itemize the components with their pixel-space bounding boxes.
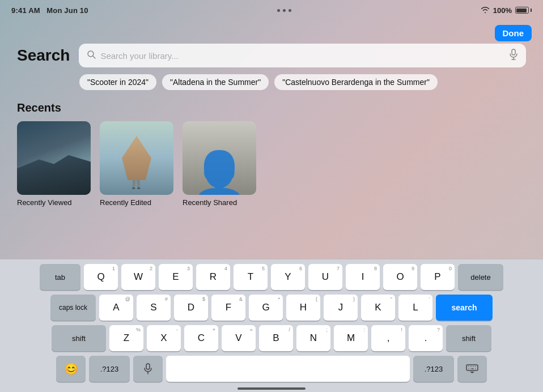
key-M[interactable]: :M bbox=[334, 325, 368, 351]
key-F[interactable]: &F bbox=[211, 295, 245, 321]
dot-3 bbox=[289, 9, 291, 12]
suggestions-row: "Scooter in 2024" "Altadena in the Summe… bbox=[17, 74, 526, 90]
battery-icon bbox=[515, 7, 532, 14]
keyboard: tab 1Q 2W 3E 4R 5T 6Y 7U 8I 9O 0P delete… bbox=[0, 259, 543, 392]
done-button[interactable]: Done bbox=[495, 25, 532, 41]
status-time-date: 9:41 AM Mon Jun 10 bbox=[11, 6, 88, 15]
recents-section: Recents Recently Viewed 🧍 Recently Edite… bbox=[0, 99, 543, 216]
key-J[interactable]: )J bbox=[324, 295, 358, 321]
recents-grid: Recently Viewed 🧍 Recently Edited 👤 Rece… bbox=[17, 121, 526, 207]
search-row: Search Search your library... bbox=[17, 44, 526, 67]
search-section: Search Search your library... bbox=[0, 44, 543, 99]
key-A[interactable]: @A bbox=[99, 295, 133, 321]
svg-line-1 bbox=[93, 56, 95, 58]
keyboard-row-4: 😊 .?123 .?123 bbox=[2, 356, 541, 382]
svg-rect-7 bbox=[466, 365, 478, 370]
done-btn-area: Done bbox=[0, 20, 543, 44]
key-H[interactable]: (H bbox=[286, 295, 320, 321]
keyboard-row-3: shift %Z -X +C =V /B ;N :M !, ?. shift bbox=[2, 325, 541, 351]
thumb-recently-shared: 👤 bbox=[183, 121, 256, 195]
key-numbers-left[interactable]: .?123 bbox=[89, 356, 130, 382]
search-icon bbox=[87, 50, 96, 61]
thumb-recently-viewed bbox=[17, 121, 91, 195]
key-I[interactable]: 8I bbox=[346, 264, 380, 290]
key-numbers-right[interactable]: .?123 bbox=[413, 356, 454, 382]
search-bar[interactable]: Search your library... bbox=[79, 44, 526, 67]
key-S[interactable]: #S bbox=[137, 295, 171, 321]
search-input[interactable]: Search your library... bbox=[100, 51, 504, 61]
key-shift-left[interactable]: shift bbox=[52, 325, 106, 351]
key-shift-right[interactable]: shift bbox=[446, 325, 491, 351]
person-shared-icon: 👤 bbox=[191, 152, 248, 195]
recent-label-edited: Recently Edited bbox=[100, 198, 151, 207]
key-O[interactable]: 9O bbox=[383, 264, 417, 290]
status-bar: 9:41 AM Mon Jun 10 100% bbox=[0, 0, 543, 20]
key-Z[interactable]: %Z bbox=[109, 325, 143, 351]
status-right: 100% bbox=[481, 6, 532, 15]
key-R[interactable]: 4R bbox=[196, 264, 230, 290]
mic-icon[interactable] bbox=[509, 49, 518, 62]
key-tab[interactable]: tab bbox=[40, 264, 80, 290]
key-U[interactable]: 7U bbox=[308, 264, 342, 290]
key-mic[interactable] bbox=[133, 356, 163, 382]
recents-title: Recents bbox=[17, 101, 526, 114]
thumb-recently-edited: 🧍 bbox=[100, 121, 173, 195]
key-V[interactable]: =V bbox=[222, 325, 256, 351]
key-C[interactable]: +C bbox=[184, 325, 218, 351]
recent-label-shared: Recently Shared bbox=[183, 198, 237, 207]
svg-rect-5 bbox=[146, 364, 150, 369]
status-date: Mon Jun 10 bbox=[46, 6, 88, 15]
svg-rect-2 bbox=[512, 49, 515, 55]
key-N[interactable]: ;N bbox=[296, 325, 330, 351]
key-emoji[interactable]: 😊 bbox=[56, 356, 86, 382]
suggestion-chip-0[interactable]: "Scooter in 2024" bbox=[79, 74, 156, 90]
key-Q[interactable]: 1Q bbox=[84, 264, 118, 290]
key-space[interactable] bbox=[166, 356, 410, 382]
key-comma[interactable]: !, bbox=[371, 325, 405, 351]
dot-1 bbox=[277, 9, 280, 12]
key-Y[interactable]: 6Y bbox=[271, 264, 305, 290]
suggestion-chip-2[interactable]: "Castelnuovo Berardenga in the Summer" bbox=[274, 74, 438, 90]
key-X[interactable]: -X bbox=[147, 325, 181, 351]
key-D[interactable]: $D bbox=[174, 295, 208, 321]
battery-percent: 100% bbox=[493, 6, 512, 15]
status-time: 9:41 AM bbox=[11, 6, 40, 15]
recent-item-shared[interactable]: 👤 Recently Shared bbox=[183, 121, 256, 207]
status-center-dots bbox=[277, 9, 291, 12]
key-W[interactable]: 2W bbox=[121, 264, 155, 290]
home-indicator bbox=[237, 387, 306, 390]
key-period[interactable]: ?. bbox=[409, 325, 443, 351]
key-K[interactable]: "K bbox=[361, 295, 395, 321]
dot-2 bbox=[283, 9, 286, 12]
key-T[interactable]: 5T bbox=[234, 264, 268, 290]
keyboard-row-1: tab 1Q 2W 3E 4R 5T 6Y 7U 8I 9O 0P delete bbox=[2, 264, 541, 290]
keyboard-row-2: caps lock @A #S $D &F *G (H )J "K 'L sea… bbox=[2, 295, 541, 321]
search-title: Search bbox=[17, 46, 70, 65]
wifi-icon bbox=[481, 6, 490, 15]
key-G[interactable]: *G bbox=[249, 295, 283, 321]
recent-label-viewed: Recently Viewed bbox=[17, 198, 72, 207]
key-search[interactable]: search bbox=[436, 295, 493, 321]
key-P[interactable]: 0P bbox=[421, 264, 455, 290]
key-keyboard[interactable] bbox=[457, 356, 487, 382]
recent-item-viewed[interactable]: Recently Viewed bbox=[17, 121, 91, 207]
key-B[interactable]: /B bbox=[259, 325, 293, 351]
suggestion-chip-1[interactable]: "Altadena in the Summer" bbox=[162, 74, 269, 90]
key-L[interactable]: 'L bbox=[398, 295, 432, 321]
key-delete[interactable]: delete bbox=[458, 264, 503, 290]
key-E[interactable]: 3E bbox=[159, 264, 193, 290]
key-capslock[interactable]: caps lock bbox=[50, 295, 96, 321]
person-edited-icon: 🧍 bbox=[118, 159, 154, 188]
recent-item-edited[interactable]: 🧍 Recently Edited bbox=[100, 121, 173, 207]
